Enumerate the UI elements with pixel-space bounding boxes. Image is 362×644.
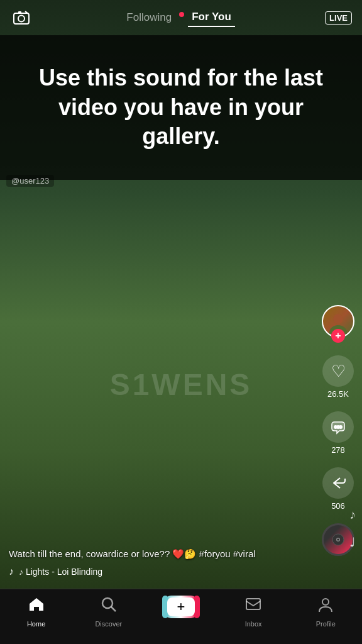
live-button[interactable]: LIVE (325, 11, 352, 25)
music-title: ♪ Lights - Loi Blinding (19, 567, 102, 577)
music-note-2: ♩ (349, 535, 356, 550)
nav-home[interactable]: Home (18, 596, 55, 628)
like-action[interactable]: ♡ 26.5K (322, 355, 354, 399)
share-action[interactable]: 506 (322, 467, 354, 511)
music-info[interactable]: ♪ ♪ Lights - Loi Blinding (9, 566, 303, 577)
username-badge: @user123 (6, 175, 54, 187)
svg-point-40 (322, 599, 329, 605)
music-note-1: ♪ (349, 508, 356, 522)
overlay-headline: Use this sound for the last video you ha… (19, 64, 343, 152)
svg-point-1 (18, 16, 25, 22)
top-navigation: Following For You LIVE (0, 0, 362, 35)
svg-point-37 (102, 598, 112, 608)
discover-label: Discover (95, 620, 122, 628)
creator-avatar-container[interactable]: + (322, 305, 354, 343)
profile-icon (317, 596, 334, 618)
comment-count: 278 (331, 445, 345, 455)
share-button[interactable] (322, 467, 354, 499)
plus-icon: + (167, 597, 195, 616)
create-button[interactable]: + (165, 596, 197, 618)
music-note-icon: ♪ (9, 566, 14, 577)
bottom-navigation: Home Discover + Inbox (0, 589, 362, 644)
discover-icon (100, 596, 118, 618)
for-you-tab[interactable]: For You (188, 8, 235, 27)
following-tab[interactable]: Following (123, 9, 175, 26)
video-watermark: S1WENS (110, 367, 253, 401)
video-text-overlay: Use this sound for the last video you ha… (0, 35, 362, 180)
home-icon (28, 596, 45, 618)
floating-music-notes: ♪ ♩ (349, 508, 356, 550)
nav-discover[interactable]: Discover (90, 596, 128, 628)
svg-line-38 (111, 607, 116, 611)
follow-button[interactable]: + (331, 329, 345, 343)
comment-action[interactable]: 278 (322, 411, 354, 455)
camera-button[interactable] (10, 6, 33, 29)
video-caption: Watch till the end, cowardice or love?? … (9, 547, 303, 562)
like-button[interactable]: ♡ (322, 355, 354, 387)
svg-point-36 (337, 539, 339, 541)
nav-profile[interactable]: Profile (307, 596, 344, 628)
svg-rect-2 (18, 11, 21, 14)
avatar-wrapper: + (322, 305, 354, 338)
svg-rect-39 (246, 599, 260, 609)
comment-button[interactable] (322, 411, 354, 443)
inbox-label: Inbox (245, 620, 262, 628)
home-label: Home (27, 620, 45, 628)
nav-inbox[interactable]: Inbox (234, 596, 272, 628)
like-count: 26.5K (327, 389, 349, 399)
notification-dot (179, 12, 184, 17)
profile-label: Profile (316, 620, 336, 628)
heart-icon: ♡ (331, 362, 346, 381)
video-info-bar: Watch till the end, cowardice or love?? … (0, 547, 312, 584)
share-count: 506 (331, 501, 345, 511)
nav-create[interactable]: + (162, 596, 200, 618)
svg-point-30 (333, 314, 343, 324)
nav-tabs: Following For You (123, 8, 234, 27)
inbox-icon (244, 596, 262, 618)
